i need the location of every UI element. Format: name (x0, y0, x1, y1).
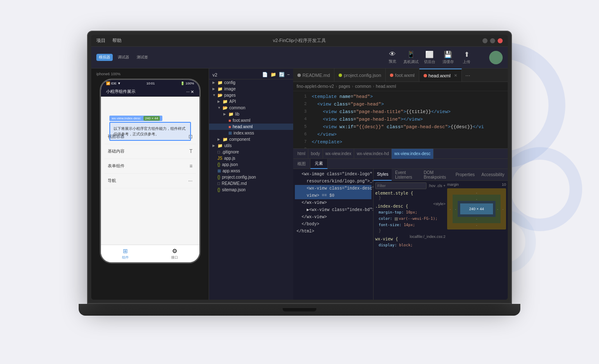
line-content-4: <view class="page-head-line"></view> (312, 116, 423, 123)
code-editor[interactable]: 1 <template name="head"> 2 <view class="… (293, 91, 508, 148)
filter-bar: :hov .cls + (375, 182, 445, 189)
tree-arrow-config: ▶ (212, 81, 217, 84)
tree-index-wxss[interactable]: ▶ ⊞ index.wxss (209, 130, 293, 136)
breadcrumb-1: fino-applet-demo-v2 (297, 84, 334, 89)
nav-item-basic-content[interactable]: 基础内容 T (104, 144, 196, 159)
collapse-icon[interactable]: − (287, 72, 290, 77)
new-folder-icon[interactable]: 📁 (270, 72, 276, 77)
tag-nav-wxview-index-hd[interactable]: wx-view.index-hd (354, 149, 392, 159)
style-source-tag: <style> (433, 202, 445, 206)
bottom-nav-component[interactable]: ⊞ 组件 (122, 248, 129, 260)
box-margin-top: - (450, 191, 504, 195)
editor-breadcrumb: fino-applet-demo-v2 › pages › common › h… (293, 82, 508, 91)
tab-readme[interactable]: README.md (293, 69, 334, 82)
nav-item-label-1: 基础内容 (108, 148, 125, 154)
box-margin-left: - (450, 207, 451, 211)
minimize-btn[interactable] (482, 38, 488, 43)
tag-nav-wxview-index[interactable]: wx-view.index (323, 149, 355, 159)
tree-sitemap[interactable]: ▶ {} sitemap.json (209, 187, 293, 193)
tree-pages[interactable]: ▼ 📂 pages (209, 92, 293, 98)
tab-footwxml[interactable]: foot.wxml (386, 69, 419, 82)
html-line-3: <wx-view class="index-desc">以下将展示小程序官方组件… (295, 185, 371, 192)
element-selected-region: 以下将展示小程序官方组件能力，组件样式仅供参考，正式仅供参考。 (109, 122, 191, 141)
sp-tab-properties[interactable]: Properties (452, 169, 478, 181)
bp-tab-elements[interactable]: 元素 (310, 159, 328, 169)
bp-tab-overview[interactable]: 概图 (293, 159, 310, 169)
box-border: - - 240 × 44 - (453, 195, 501, 223)
close-btn[interactable] (498, 38, 503, 43)
breadcrumb-sep-2: › (352, 84, 353, 89)
sp-tab-styles[interactable]: Styles (374, 169, 392, 181)
tree-item-label-git: .gitignore (222, 150, 239, 154)
background-btn[interactable]: ⬜ 切后台 (420, 49, 439, 66)
bottom-nav-component-icon: ⊞ (123, 248, 128, 254)
tree-item-label-config: config (224, 80, 236, 85)
tree-config[interactable]: ▶ 📁 config (209, 79, 293, 86)
tree-appjson[interactable]: ▶ {} app.json (209, 161, 293, 168)
file-tree-root: v2 (212, 72, 217, 77)
sp-tab-accessibility[interactable]: Accessibility (478, 169, 508, 181)
tree-component[interactable]: ▶ 📁 component (209, 136, 293, 142)
code-line-8: 8 (293, 146, 508, 148)
style-prop-margin-top: margin-top: 10px; (375, 209, 445, 216)
tree-common[interactable]: ▼ 📂 common (209, 105, 293, 111)
tab-close-head[interactable]: ✕ (454, 73, 457, 78)
tree-arrow-image: ▶ (212, 87, 217, 91)
styles-filter-input[interactable] (375, 182, 427, 189)
style-source-localfile: localfile:/_index.css:2 (410, 235, 445, 239)
test-btn[interactable]: 测试签 (134, 54, 151, 61)
tree-foot-wxml[interactable]: ▶ ■ foot.wxml (209, 117, 293, 124)
tree-gitignore[interactable]: ▶ □ .gitignore (209, 149, 293, 155)
file-tree: v2 📄 📁 🔄 − ▶ 📁 config (209, 69, 293, 300)
device-debug-btn[interactable]: 📱 真机调试 (402, 49, 420, 66)
tree-item-label-wxss: index.wxss (233, 131, 254, 135)
sp-tab-dom-breakpoints[interactable]: DOM Breakpoints (420, 169, 452, 181)
bottom-nav-interface[interactable]: ⚙ 接口 (171, 248, 178, 260)
style-selector-element: element.style { (375, 191, 445, 195)
tree-lib[interactable]: ▶ 📁 lib (209, 111, 293, 117)
tab-more[interactable]: ··· (462, 72, 474, 79)
clear-cache-btn[interactable]: 💾 清缓存 (439, 49, 457, 66)
refresh-icon[interactable]: 🔄 (279, 72, 285, 77)
preview-btn[interactable]: 👁 预览 (383, 49, 402, 66)
style-rule-wx-view-header: wx-view { localfile:/_index.css:2 (375, 235, 445, 242)
style-rule-header: .index-desc { <style> (375, 202, 445, 209)
tree-item-label-common: common (229, 106, 245, 110)
code-line-6: 6 </view> (293, 131, 508, 138)
nav-item-icon-1: T (189, 148, 192, 154)
tree-appwxss[interactable]: ▶ ⊞ app.wxss (209, 168, 293, 174)
user-avatar[interactable] (489, 51, 503, 64)
debugger-btn[interactable]: 调试器 (115, 54, 132, 61)
nav-item-nav[interactable]: 导航 ··· (104, 174, 196, 188)
tab-more-icon: ··· (465, 72, 470, 79)
tree-item-label-appjs: app.js (224, 156, 236, 161)
tree-item-label-appjson: app.json (222, 162, 238, 167)
background-label: 切后台 (424, 59, 435, 65)
sp-tab-event-listeners[interactable]: Event Listeners (392, 169, 420, 181)
style-prop-display: display: block; (375, 242, 445, 248)
tree-head-wxml[interactable]: ▶ ■ head.wxml (209, 124, 293, 130)
menu-project[interactable]: 项目 (96, 37, 106, 44)
tag-nav-wxview-index-desc[interactable]: wx-view.index-desc (392, 149, 433, 159)
tree-readme[interactable]: ▶ □ README.md (209, 180, 293, 187)
tree-appjs[interactable]: ▶ JS app.js (209, 155, 293, 161)
tag-nav-body[interactable]: body (308, 149, 323, 159)
maximize-btn[interactable] (490, 38, 495, 43)
tab-headwxml[interactable]: head.wxml ✕ (419, 69, 462, 82)
tree-image[interactable]: ▶ 📁 image (209, 86, 293, 92)
folder-icon-component: 📁 (223, 137, 228, 142)
upload-btn[interactable]: ⬆ 上传 (457, 49, 476, 66)
background-icon: ⬜ (425, 50, 434, 58)
clear-cache-label: 清缓存 (443, 59, 454, 65)
simulator-btn[interactable]: 模拟器 (96, 54, 113, 61)
phone-header-icons: ··· ✕ (186, 90, 194, 94)
tree-utils[interactable]: ▶ 📁 utils (209, 142, 293, 149)
tree-projectconfig[interactable]: ▶ {} project.config.json (209, 174, 293, 180)
style-closing-brace: } (375, 195, 445, 200)
new-file-icon[interactable]: 📄 (262, 72, 268, 77)
tab-projectconfig[interactable]: project.config.json (334, 69, 386, 82)
menu-help[interactable]: 帮助 (112, 37, 122, 44)
tag-nav-html[interactable]: html (295, 149, 308, 159)
tree-api[interactable]: ▶ 📁 API (209, 98, 293, 105)
nav-item-form[interactable]: 表单组件 ≡ (104, 159, 196, 174)
